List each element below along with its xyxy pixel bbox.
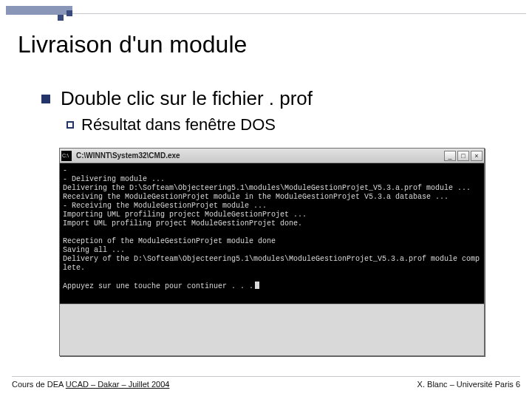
divider — [72, 13, 526, 14]
minimize-button[interactable]: _ — [444, 151, 456, 161]
bullet-level-1: Double clic sur le fichier . prof — [41, 87, 313, 110]
footer-left-underlined: UCAD – Dakar – Juillet 2004 — [66, 380, 170, 389]
accent-bar — [6, 6, 72, 15]
bullet-level-2: Résultat dans fenêtre DOS — [66, 115, 276, 134]
slide-title: Livraison d'un module — [18, 31, 247, 58]
cmd-icon — [61, 151, 72, 161]
dos-window: C:\WINNT\System32\CMD.exe _ □ × - - Deli… — [59, 148, 485, 356]
slide-footer: Cours de DEA UCAD – Dakar – Juillet 2004… — [12, 376, 520, 389]
cursor — [255, 282, 259, 289]
accent-square — [66, 10, 72, 16]
dos-inactive-area — [60, 304, 484, 355]
footer-left: Cours de DEA UCAD – Dakar – Juillet 2004 — [12, 380, 169, 389]
close-button[interactable]: × — [471, 151, 482, 161]
footer-left-prefix: Cours de DEA — [12, 380, 66, 389]
dos-output: - - Delivering module ... Delivering the… — [60, 163, 484, 304]
accent-square — [58, 15, 64, 21]
dos-titlebar: C:\WINNT\System32\CMD.exe _ □ × — [60, 149, 484, 163]
maximize-button[interactable]: □ — [457, 151, 469, 161]
dos-title-text: C:\WINNT\System32\CMD.exe — [76, 151, 444, 160]
bullet-square-icon — [41, 95, 50, 103]
bullet-text: Résultat dans fenêtre DOS — [81, 115, 276, 134]
bullet-outline-square-icon — [66, 121, 74, 129]
footer-right: X. Blanc – Université Paris 6 — [417, 380, 520, 389]
bullet-text: Double clic sur le fichier . prof — [61, 87, 313, 110]
